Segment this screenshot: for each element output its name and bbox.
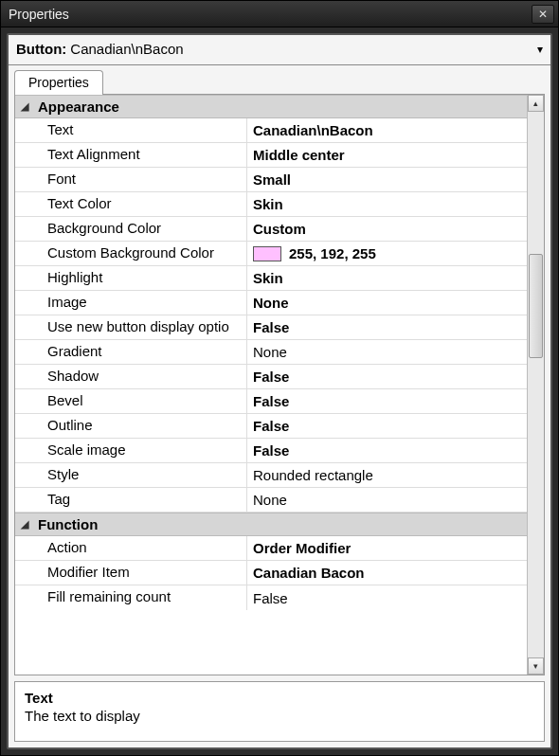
category-header[interactable]: ◢Function bbox=[15, 513, 527, 536]
property-name: Scale image bbox=[15, 439, 247, 462]
property-row[interactable]: Text AlignmentMiddle center bbox=[15, 143, 527, 168]
property-name: Text Color bbox=[15, 192, 247, 216]
property-row[interactable]: GradientNone bbox=[15, 340, 527, 365]
property-value[interactable]: Skin bbox=[247, 266, 527, 290]
property-value-text: Rounded rectangle bbox=[253, 467, 373, 483]
property-value-text: False bbox=[253, 393, 289, 409]
close-icon: ✕ bbox=[538, 8, 548, 21]
vertical-scrollbar[interactable]: ▴ ▾ bbox=[527, 95, 544, 675]
property-value-text: False bbox=[253, 590, 288, 606]
property-value-text: Canadian Bacon bbox=[253, 565, 365, 581]
property-value[interactable]: None bbox=[247, 291, 527, 315]
scroll-up-button[interactable]: ▴ bbox=[528, 95, 544, 112]
property-value-text: False bbox=[253, 442, 289, 459]
property-value-text: Middle center bbox=[253, 147, 345, 163]
property-grid-container: ◢AppearanceTextCanadian\nBaconText Align… bbox=[14, 94, 545, 675]
property-value-text: Custom bbox=[253, 221, 306, 237]
property-name: Fill remaining count bbox=[15, 585, 247, 610]
collapse-icon[interactable]: ◢ bbox=[21, 100, 34, 113]
property-value[interactable]: Canadian Bacon bbox=[247, 561, 527, 585]
property-row[interactable]: Text ColorSkin bbox=[15, 192, 527, 217]
color-swatch bbox=[253, 246, 281, 261]
property-value[interactable]: False bbox=[247, 365, 527, 388]
property-name: Font bbox=[15, 168, 247, 191]
close-button[interactable]: ✕ bbox=[532, 5, 554, 24]
property-value-text: None bbox=[253, 344, 287, 360]
property-value-text: Canadian\nBacon bbox=[253, 122, 373, 138]
tab-properties[interactable]: Properties bbox=[14, 70, 103, 95]
property-value-text: Skin bbox=[253, 196, 283, 212]
property-row[interactable]: TagNone bbox=[15, 488, 527, 513]
property-row[interactable]: HighlightSkin bbox=[15, 266, 527, 291]
property-value-text: None bbox=[253, 492, 287, 508]
property-name: Action bbox=[15, 536, 247, 560]
property-row[interactable]: Use new button display optioFalse bbox=[15, 315, 527, 340]
property-row[interactable]: ShadowFalse bbox=[15, 365, 527, 389]
property-name: Highlight bbox=[15, 266, 247, 290]
tab-strip: Properties bbox=[9, 65, 550, 94]
property-value-text: Order Modifier bbox=[253, 540, 351, 556]
window-title: Properties bbox=[9, 7, 69, 22]
property-row[interactable]: TextCanadian\nBacon bbox=[15, 118, 527, 143]
property-name: Outline bbox=[15, 414, 247, 438]
property-value[interactable]: False bbox=[247, 439, 527, 462]
properties-window: Properties ✕ Button: Canadian\nBacon ▾ P… bbox=[0, 0, 559, 756]
help-panel: Text The text to display bbox=[14, 681, 545, 742]
property-row[interactable]: Scale imageFalse bbox=[15, 439, 527, 463]
property-value[interactable]: False bbox=[247, 389, 527, 413]
property-name: Modifier Item bbox=[15, 561, 247, 585]
panel-body: Button: Canadian\nBacon ▾ Properties ◢Ap… bbox=[7, 33, 552, 749]
object-type-label: Button: bbox=[16, 41, 66, 57]
property-name: Shadow bbox=[15, 365, 247, 388]
property-row[interactable]: FontSmall bbox=[15, 168, 527, 192]
property-value-text: Small bbox=[253, 171, 291, 188]
help-description: The text to display bbox=[25, 708, 534, 724]
property-value[interactable]: Middle center bbox=[247, 143, 527, 167]
scroll-down-button[interactable]: ▾ bbox=[528, 657, 544, 675]
category-header[interactable]: ◢Appearance bbox=[15, 95, 527, 118]
property-name: Text bbox=[15, 118, 247, 142]
property-name: Custom Background Color bbox=[15, 242, 247, 265]
property-value-text: 255, 192, 255 bbox=[289, 245, 376, 261]
scroll-thumb[interactable] bbox=[529, 254, 543, 358]
property-value[interactable]: Order Modifier bbox=[247, 536, 527, 560]
property-name: Style bbox=[15, 463, 247, 487]
property-name: Background Color bbox=[15, 217, 247, 241]
property-value-text: None bbox=[253, 295, 289, 311]
property-name: Use new button display optio bbox=[15, 315, 247, 339]
property-value[interactable]: Custom bbox=[247, 217, 527, 241]
property-name: Text Alignment bbox=[15, 143, 247, 167]
scroll-track[interactable] bbox=[528, 112, 544, 657]
object-name: Canadian\nBacon bbox=[70, 41, 183, 57]
property-row[interactable]: ActionOrder Modifier bbox=[15, 536, 527, 561]
property-row[interactable]: Fill remaining countFalse bbox=[15, 585, 527, 610]
property-value[interactable]: Canadian\nBacon bbox=[247, 118, 527, 142]
property-value[interactable]: Rounded rectangle bbox=[247, 463, 527, 487]
property-row[interactable]: BevelFalse bbox=[15, 389, 527, 414]
property-value[interactable]: False bbox=[247, 414, 527, 438]
property-value[interactable]: False bbox=[247, 315, 527, 339]
property-value[interactable]: None bbox=[247, 340, 527, 364]
property-value-text: False bbox=[253, 369, 289, 385]
property-value[interactable]: 255, 192, 255 bbox=[247, 242, 527, 265]
property-value-text: False bbox=[253, 418, 289, 434]
property-name: Tag bbox=[15, 488, 247, 512]
property-value[interactable]: False bbox=[247, 585, 527, 610]
help-title: Text bbox=[25, 690, 534, 706]
object-selector[interactable]: Button: Canadian\nBacon ▾ bbox=[9, 35, 550, 65]
collapse-icon[interactable]: ◢ bbox=[21, 518, 34, 531]
property-row[interactable]: Modifier ItemCanadian Bacon bbox=[15, 561, 527, 585]
property-value[interactable]: Small bbox=[247, 168, 527, 191]
property-name: Gradient bbox=[15, 340, 247, 364]
property-row[interactable]: Custom Background Color255, 192, 255 bbox=[15, 242, 527, 266]
property-row[interactable]: OutlineFalse bbox=[15, 414, 527, 439]
property-row[interactable]: ImageNone bbox=[15, 291, 527, 315]
property-row[interactable]: Background ColorCustom bbox=[15, 217, 527, 242]
property-value[interactable]: Skin bbox=[247, 192, 527, 216]
property-grid: ◢AppearanceTextCanadian\nBaconText Align… bbox=[15, 95, 527, 675]
property-value[interactable]: None bbox=[247, 488, 527, 512]
dropdown-icon[interactable]: ▾ bbox=[537, 43, 543, 56]
property-name: Bevel bbox=[15, 389, 247, 413]
property-row[interactable]: StyleRounded rectangle bbox=[15, 463, 527, 488]
property-value-text: Skin bbox=[253, 270, 283, 286]
